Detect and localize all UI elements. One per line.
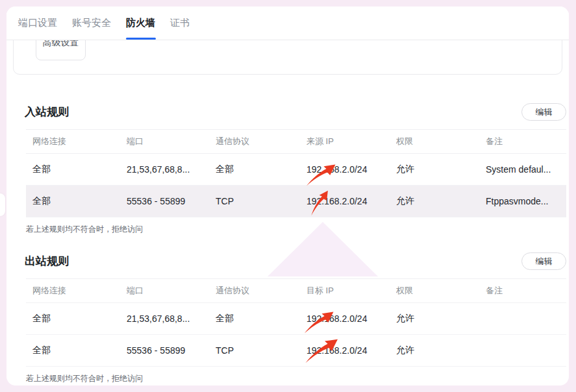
inbound-fallback-note: 若上述规则均不符合时，拒绝访问	[26, 217, 566, 235]
col-header-port: 端口	[127, 136, 216, 147]
tab-account-security[interactable]: 账号安全	[72, 6, 111, 40]
cell-protocol: 全部	[216, 164, 307, 175]
section-title-inbound: 入站规则	[25, 104, 69, 119]
cell-port: 21,53,67,68,8...	[127, 313, 216, 324]
cell-connection: 全部	[32, 313, 127, 325]
col-header-source-ip: 来源 IP	[307, 136, 396, 147]
red-arrow-icon	[303, 311, 334, 334]
inbound-edit-button[interactable]: 编辑	[521, 103, 566, 121]
page-background: 端口设置 账号安全 防火墙 证书 高级设置 入站规则 编辑 网络连接 端口 通信…	[0, 0, 576, 392]
col-header-port: 端口	[127, 285, 216, 297]
col-header-permission: 权限	[396, 285, 486, 297]
col-header-protocol: 通信协议	[216, 136, 307, 147]
col-header-connection: 网络连接	[32, 285, 127, 297]
red-arrow-icon	[305, 164, 336, 187]
cell-connection: 全部	[32, 164, 127, 175]
section-title-outbound: 出站规则	[25, 254, 69, 269]
advanced-settings-panel: 高级设置	[6, 40, 569, 76]
drawer-handle[interactable]	[0, 193, 5, 216]
tab-certificate[interactable]: 证书	[170, 6, 190, 40]
cell-port: 55536 - 55899	[127, 196, 216, 206]
cell-permission: 允许	[396, 164, 486, 175]
outbound-fallback-note: 若上述规则均不符合时，拒绝访问	[26, 367, 566, 384]
cell-protocol: TCP	[216, 345, 307, 356]
red-arrow-icon	[304, 338, 339, 364]
cell-port: 21,53,67,68,8...	[127, 164, 216, 175]
advanced-settings-button[interactable]: 高级设置	[36, 40, 86, 60]
table-row: 全部 21,53,67,68,8... 全部 192.168.2.0/24 允许…	[26, 154, 566, 186]
cell-protocol: TCP	[216, 196, 307, 206]
outbound-header-row: 网络连接 端口 通信协议 目标 IP 权限 备注	[26, 278, 566, 303]
cell-permission: 允许	[396, 195, 486, 207]
table-row: 全部 55536 - 55899 TCP 192.168.2.0/24 允许 F…	[26, 186, 566, 217]
tab-port-settings[interactable]: 端口设置	[18, 6, 57, 40]
cell-remark: System defaul...	[486, 164, 566, 175]
settings-card: 端口设置 账号安全 防火墙 证书 高级设置 入站规则 编辑 网络连接 端口 通信…	[6, 6, 569, 386]
cell-connection: 全部	[32, 195, 127, 207]
cell-permission: 允许	[396, 313, 486, 325]
cell-port: 55536 - 55899	[127, 345, 216, 356]
col-header-remark: 备注	[486, 285, 566, 297]
cell-permission: 允许	[396, 345, 486, 356]
col-header-permission: 权限	[396, 136, 486, 147]
col-header-connection: 网络连接	[32, 136, 127, 147]
inbound-table: 网络连接 端口 通信协议 来源 IP 权限 备注 全部 21,53,67,68,…	[26, 129, 566, 235]
outbound-edit-button[interactable]: 编辑	[521, 252, 566, 270]
table-row: 全部 21,53,67,68,8... 全部 192.168.2.0/24 允许	[26, 303, 566, 335]
cell-protocol: 全部	[216, 313, 307, 325]
inbound-header-row: 网络连接 端口 通信协议 来源 IP 权限 备注	[26, 129, 566, 154]
advanced-settings-panel-border	[13, 40, 562, 75]
col-header-protocol: 通信协议	[216, 285, 307, 297]
outbound-table: 网络连接 端口 通信协议 目标 IP 权限 备注 全部 21,53,67,68,…	[26, 278, 566, 384]
table-row: 全部 55536 - 55899 TCP 192.168.2.0/24 允许	[26, 335, 566, 367]
col-header-target-ip: 目标 IP	[307, 285, 396, 297]
cell-remark: Ftppasvmode...	[486, 196, 566, 206]
cell-connection: 全部	[32, 345, 127, 356]
col-header-remark: 备注	[486, 136, 566, 147]
tab-firewall[interactable]: 防火墙	[126, 6, 155, 40]
tab-bar: 端口设置 账号安全 防火墙 证书	[6, 6, 569, 40]
